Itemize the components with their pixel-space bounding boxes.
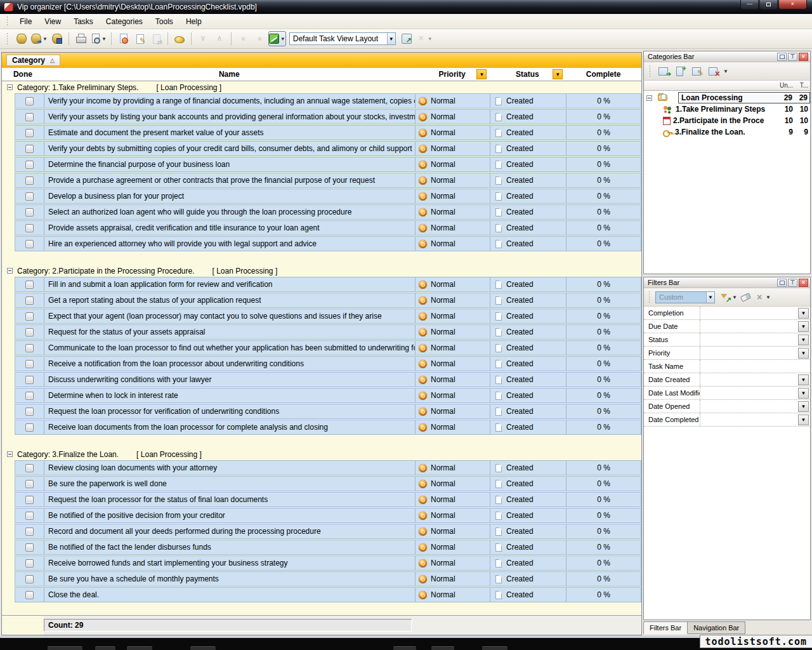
- tab-navigation-bar[interactable]: Navigation Bar: [688, 621, 745, 634]
- eraser-icon[interactable]: [740, 293, 751, 302]
- panel-close-button[interactable]: ×: [799, 53, 808, 61]
- group-header[interactable]: Category: 2.Participate in the Processin…: [2, 265, 641, 277]
- group-header[interactable]: Category: 3.Finalize the Loan.[ Loan Pro…: [2, 448, 641, 460]
- collapse-icon[interactable]: [7, 84, 13, 90]
- delete-layout-button[interactable]: ×▼: [416, 31, 433, 46]
- filter-dropdown-button[interactable]: ▼: [798, 335, 809, 345]
- done-checkbox[interactable]: [25, 376, 34, 384]
- done-checkbox[interactable]: [25, 240, 34, 248]
- done-checkbox[interactable]: [25, 543, 34, 552]
- move-bottom-button[interactable]: »: [235, 31, 251, 46]
- priority-filter-button[interactable]: ▼: [476, 69, 487, 79]
- done-checkbox[interactable]: [25, 224, 34, 232]
- done-checkbox[interactable]: [25, 208, 34, 216]
- task-row[interactable]: Close the deal.NormalCreated0 %: [15, 587, 641, 602]
- menu-tools[interactable]: Tools: [149, 15, 180, 28]
- tree-item[interactable]: 1.Take Preliminary Steps1010: [644, 103, 810, 115]
- panel-restore-button[interactable]: [777, 53, 787, 61]
- done-checkbox[interactable]: [25, 161, 34, 169]
- done-checkbox[interactable]: [25, 559, 34, 567]
- group-by-category-button[interactable]: Category △: [6, 55, 60, 66]
- filter-preset-combobox[interactable]: Custom ▼: [655, 291, 715, 303]
- task-row[interactable]: Request for the status of your assets ap…: [15, 324, 641, 340]
- filter-value-field[interactable]: [700, 333, 798, 346]
- task-row[interactable]: Be notified of the positive decision fro…: [15, 508, 641, 523]
- task-row[interactable]: Review closing loan documents with your …: [15, 460, 641, 475]
- task-row[interactable]: Expect that your agent (loan processor) …: [15, 308, 641, 324]
- task-row[interactable]: Hire an experienced attorney who will pr…: [15, 236, 641, 251]
- done-checkbox[interactable]: [25, 145, 34, 153]
- task-row[interactable]: Provide a purchase agreement or other co…: [15, 173, 641, 188]
- chevron-down-icon[interactable]: ▼: [766, 295, 771, 300]
- done-checkbox[interactable]: [25, 360, 34, 368]
- tab-filters-bar[interactable]: Filters Bar: [643, 621, 688, 634]
- filter-value-field[interactable]: [700, 387, 798, 399]
- panel-pin-icon[interactable]: ⊤: [788, 279, 797, 287]
- task-row[interactable]: Provide assets appraisal, credit verific…: [15, 220, 641, 235]
- panel-restore-button[interactable]: [777, 279, 787, 287]
- done-checkbox[interactable]: [25, 408, 34, 416]
- save-layout-button[interactable]: [399, 31, 414, 46]
- column-header-priority[interactable]: Priority ▼: [415, 68, 490, 81]
- task-row[interactable]: Request the loan processor for the statu…: [15, 492, 641, 507]
- menu-categories[interactable]: Categories: [100, 15, 149, 28]
- done-checkbox[interactable]: [25, 496, 34, 504]
- chevron-down-icon[interactable]: ▼: [387, 33, 395, 44]
- task-row[interactable]: Receive borrowed funds and start impleme…: [15, 555, 641, 571]
- panel-pin-icon[interactable]: ⊤: [788, 53, 797, 61]
- task-row[interactable]: Fill in and submit a loan application fo…: [15, 277, 641, 292]
- group-header[interactable]: Category: 1.Take Preliminary Steps.[ Loa…: [2, 81, 641, 93]
- filter-dropdown-button[interactable]: ▼: [798, 308, 809, 319]
- task-row[interactable]: Verify your debts by submitting copies o…: [15, 141, 641, 156]
- done-checkbox[interactable]: [25, 312, 34, 321]
- collapse-icon[interactable]: [646, 95, 652, 101]
- task-row[interactable]: Determine the financial purpose of your …: [15, 157, 641, 172]
- task-view-layout-button[interactable]: ▼: [268, 31, 286, 46]
- column-header-done[interactable]: Done: [2, 68, 44, 81]
- undone-column-header[interactable]: Un...: [780, 82, 795, 89]
- clear-filter-icon[interactable]: ×: [757, 292, 762, 302]
- collapse-icon[interactable]: [7, 451, 13, 457]
- filter-value-field[interactable]: [700, 373, 798, 386]
- task-row[interactable]: Discuss underwriting conditions with you…: [15, 372, 641, 387]
- menu-file[interactable]: File: [13, 15, 38, 28]
- column-header-status[interactable]: Status ▼: [489, 68, 565, 81]
- add-subcategory-icon[interactable]: [675, 66, 686, 76]
- done-checkbox[interactable]: [25, 344, 34, 352]
- print-preview-button[interactable]: ▼: [89, 31, 107, 46]
- task-row[interactable]: Receive a notification from the loan pro…: [15, 356, 641, 371]
- filter-value-field[interactable]: [700, 307, 798, 319]
- total-column-header[interactable]: T...: [795, 82, 810, 89]
- chevron-down-icon[interactable]: ▼: [723, 69, 728, 74]
- done-checkbox[interactable]: [25, 97, 34, 105]
- menu-help[interactable]: Help: [180, 15, 208, 28]
- filter-value-field[interactable]: [700, 320, 798, 333]
- column-header-name[interactable]: Name: [44, 68, 415, 81]
- tree-item[interactable]: 2.Participate in the Proce1010: [644, 115, 810, 126]
- done-checkbox[interactable]: [25, 129, 34, 137]
- move-up-button[interactable]: ∧: [212, 31, 227, 46]
- task-row[interactable]: Get a report stating about the status of…: [15, 293, 641, 308]
- filter-dropdown-button[interactable]: ▼: [798, 388, 809, 399]
- done-checkbox[interactable]: [25, 176, 34, 185]
- done-checkbox[interactable]: [25, 591, 34, 599]
- done-checkbox[interactable]: [25, 281, 34, 289]
- apply-filter-icon[interactable]: [720, 293, 731, 302]
- done-checkbox[interactable]: [25, 296, 34, 305]
- panel-close-button[interactable]: ×: [799, 279, 808, 287]
- done-checkbox[interactable]: [25, 392, 34, 400]
- filter-dropdown-button[interactable]: ▼: [798, 321, 809, 332]
- delete-category-icon[interactable]: [708, 66, 719, 76]
- done-checkbox[interactable]: [25, 512, 34, 520]
- task-row[interactable]: Develop a business plan for your project…: [15, 189, 641, 204]
- edit-category-icon[interactable]: [691, 66, 703, 76]
- filter-value-field[interactable]: [700, 400, 798, 413]
- move-top-button[interactable]: «: [252, 31, 267, 46]
- move-down-button[interactable]: ∨: [195, 31, 211, 46]
- task-row[interactable]: Communicate to the loan processor to fin…: [15, 340, 641, 355]
- complete-task-button[interactable]: [148, 31, 164, 46]
- collapse-icon[interactable]: [7, 268, 13, 274]
- close-button[interactable]: ×: [778, 0, 807, 10]
- done-checkbox[interactable]: [25, 113, 34, 121]
- done-checkbox[interactable]: [25, 464, 34, 472]
